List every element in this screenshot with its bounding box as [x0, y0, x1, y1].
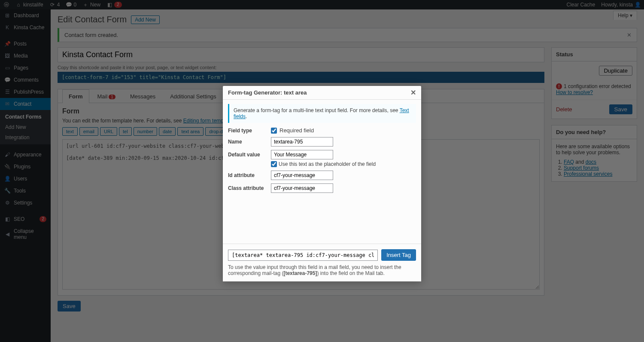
insert-tag-button[interactable]: Insert Tag — [381, 249, 416, 261]
label-class-attr: Class attribute — [228, 185, 271, 191]
label-name: Name — [228, 139, 271, 145]
tag-output[interactable] — [228, 250, 378, 261]
class-attr-input[interactable] — [271, 183, 333, 193]
label-field-type: Field type — [228, 128, 271, 134]
modal-info: Generate a form-tag for a multi-line tex… — [228, 104, 416, 123]
label-id-attr: Id attribute — [228, 172, 271, 178]
default-value-input[interactable] — [271, 150, 333, 159]
placeholder-label: Use this text as the placeholder of the … — [279, 161, 376, 167]
required-checkbox[interactable] — [271, 128, 277, 134]
modal-title: Form-tag Generator: text area — [228, 89, 307, 96]
placeholder-checkbox[interactable] — [271, 161, 277, 167]
form-tag-generator-modal: Form-tag Generator: text area ✕ Generate… — [223, 86, 421, 281]
name-input[interactable] — [271, 137, 333, 147]
id-attr-input[interactable] — [271, 171, 333, 180]
required-label: Required field — [279, 127, 314, 134]
mail-tag-hint: To use the value input through this fiel… — [228, 264, 416, 276]
label-default-value: Default value — [228, 152, 271, 158]
close-icon[interactable]: ✕ — [410, 89, 416, 97]
